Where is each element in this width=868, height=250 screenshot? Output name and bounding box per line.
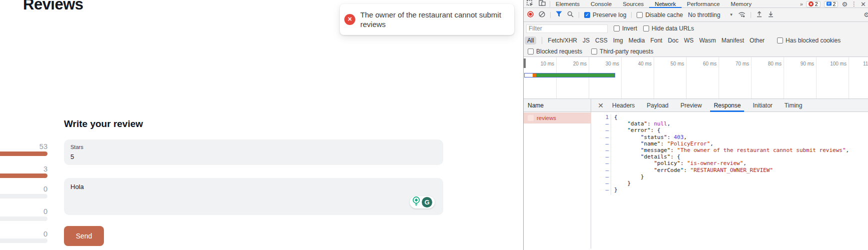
rating-bar [0,216,47,221]
code-line: "data": null, [614,120,868,127]
filter-funnel-icon[interactable] [556,11,562,18]
tab-sources[interactable]: Sources [617,0,649,8]
more-tabs-icon[interactable]: » [800,1,803,7]
fold-marker[interactable]: – [592,160,611,166]
review-textarea[interactable]: Hola G [64,178,443,215]
response-json-body: { "data": null, "error": { "status": 403… [614,114,868,193]
fold-marker[interactable]: – [592,186,611,193]
tab-elements[interactable]: Elements [550,0,585,8]
filter-chip-manifest[interactable]: Manifest [722,37,744,44]
tab-performance[interactable]: Performance [682,0,726,8]
code-token: : [647,120,654,127]
ruler-label: 100 ms [819,61,847,66]
filter-chip-css[interactable]: CSS [595,37,608,44]
filter-chip-ws[interactable]: WS [684,37,694,44]
fold-marker[interactable]: – [592,127,611,134]
tab-memory[interactable]: Memory [725,0,757,8]
grammarly-widget[interactable]: G [410,196,435,208]
ruler-label: 10 ms [526,61,554,66]
divider [631,12,632,18]
throttling-dropdown[interactable]: No throttling ▼ [688,12,734,18]
code-token: "details" [641,154,671,160]
ruler-label: 60 ms [689,61,717,66]
tab-network[interactable]: Network [649,0,681,8]
code-token: : { [671,154,681,160]
record-network-log-icon[interactable] [527,11,534,19]
code-token: { [614,114,618,120]
search-icon[interactable] [567,11,574,19]
hide-data-urls-toggle[interactable]: Hide data URLs [643,25,694,32]
request-row-reviews[interactable]: reviews [524,112,591,124]
network-conditions-icon[interactable] [738,11,746,19]
has-blocked-cookies-toggle[interactable]: Has blocked cookies [777,37,841,44]
preserve-log-toggle[interactable]: Preserve log [584,12,626,18]
code-token: "name" [641,140,661,147]
filter-chip-doc[interactable]: Doc [668,37,678,44]
close-detail-pane-icon[interactable]: ✕ [597,102,605,110]
filter-chip-media[interactable]: Media [629,37,645,44]
third-party-requests-toggle[interactable]: Third-party requests [591,48,653,55]
filter-input[interactable] [526,24,608,33]
disable-cache-toggle[interactable]: Disable cache [637,12,683,18]
fold-marker[interactable]: – [592,154,611,160]
device-toolbar-icon[interactable] [539,0,546,8]
grammarly-suggestion-bulb-icon[interactable] [412,196,421,208]
detail-tab-response[interactable]: Response [710,99,744,112]
error-circle-x-icon: × [344,14,355,25]
fold-marker[interactable]: – [592,180,611,186]
filter-chip-wasm[interactable]: Wasm [699,37,716,44]
detail-tab-initiator[interactable]: Initiator [749,99,776,112]
rating-bar [0,152,47,156]
network-settings-gear-icon[interactable]: ⚙ [864,12,868,18]
send-button[interactable]: Send [64,226,104,246]
waterfall-stalled-segment [533,74,536,77]
detail-tab-preview[interactable]: Preview [677,99,706,112]
fold-marker[interactable]: – [592,140,611,147]
detail-tab-headers[interactable]: Headers [609,99,638,112]
detail-tab-payload[interactable]: Payload [643,99,672,112]
disable-cache-checkbox[interactable] [637,12,643,18]
blocked-requests-toggle[interactable]: Blocked requests [528,48,582,55]
devtools-main-tabs: ElementsConsoleSourcesNetworkPerformance… [550,0,757,8]
code-token: , [667,120,671,127]
timeline-scrubber[interactable] [524,58,526,68]
filter-chip-all[interactable]: All [525,36,536,44]
has-blocked-cookies-checkbox[interactable] [777,38,783,44]
blocked-requests-checkbox[interactable] [528,48,534,54]
review-textarea-value: Hola [70,183,84,190]
hide-data-urls-checkbox[interactable] [643,26,649,32]
fold-marker[interactable]: – [592,120,611,127]
request-waterfall-bar[interactable] [524,73,615,78]
customize-menu-icon[interactable]: ⋮ [851,0,857,8]
console-messages-badge[interactable]: 2 [824,1,839,8]
export-har-icon[interactable] [768,11,774,19]
inspect-element-icon[interactable] [527,0,534,8]
code-token: , [846,147,850,154]
invert-toggle[interactable]: Invert [614,25,637,32]
detail-tab-timing[interactable]: Timing [781,99,806,112]
preserve-log-checkbox[interactable] [584,12,590,18]
filter-chip-fetch-xhr[interactable]: Fetch/XHR [548,37,577,44]
tab-console[interactable]: Console [585,0,617,8]
fold-marker[interactable]: – [592,167,611,174]
grammarly-logo-icon[interactable]: G [422,197,432,208]
filter-chip-img[interactable]: Img [613,37,623,44]
network-timeline-overview[interactable]: 10 ms20 ms30 ms40 ms50 ms60 ms70 ms80 ms… [524,57,868,99]
invert-checkbox[interactable] [614,26,620,32]
filter-chip-font[interactable]: Font [650,37,662,44]
filter-chip-other[interactable]: Other [750,37,765,44]
fold-marker[interactable]: – [592,174,611,180]
close-devtools-icon[interactable]: ✕ [861,0,866,8]
console-errors-badge[interactable]: 2 [806,1,821,8]
import-har-icon[interactable] [756,11,763,19]
settings-gear-icon[interactable]: ⚙ [842,1,848,8]
ruler-gridline [621,57,622,98]
third-party-requests-checkbox[interactable] [591,48,597,54]
fold-marker[interactable]: – [592,134,611,140]
code-token: } [614,174,644,180]
name-column-header[interactable]: Name [524,99,591,112]
stars-field[interactable]: Stars 5 [64,140,443,165]
fold-marker[interactable]: – [592,147,611,154]
clear-network-log-icon[interactable] [539,11,545,19]
filter-chip-js[interactable]: JS [583,37,590,44]
